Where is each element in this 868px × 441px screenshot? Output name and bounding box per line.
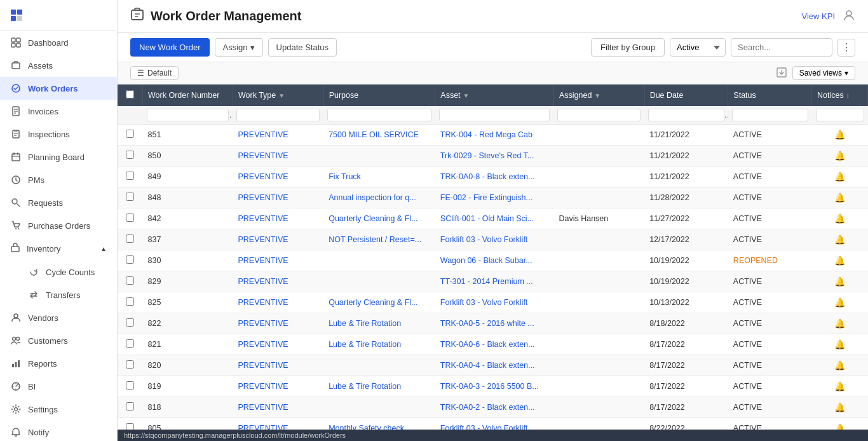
asset-cell[interactable]: TRK-0A0-6 - Black exten... <box>435 334 554 355</box>
bell-icon[interactable]: 🔔 <box>834 423 845 430</box>
sidebar-item-reports[interactable]: Reports <box>0 352 117 375</box>
table-row[interactable]: 819 PREVENTIVE Lube & Tire Rotation TRK-… <box>118 376 868 397</box>
table-row[interactable]: 851 PREVENTIVE 7500 MILE OIL SERVICE TRK… <box>118 125 868 146</box>
sidebar-item-work-orders[interactable]: Work Orders <box>0 77 117 100</box>
bell-icon[interactable]: 🔔 <box>834 193 845 203</box>
col-header-work-type[interactable]: Work Type ▼ <box>233 85 323 106</box>
sidebar-item-planning-board[interactable]: Planning Board <box>0 146 117 168</box>
sidebar-item-requests[interactable]: Requests <box>0 191 117 214</box>
work-type-cell[interactable]: PREVENTIVE <box>233 355 323 376</box>
table-row[interactable]: 820 PREVENTIVE TRK-0A0-4 - Black exten..… <box>118 355 868 376</box>
row-checkbox[interactable] <box>126 381 134 390</box>
bell-icon[interactable]: 🔔 <box>834 255 845 266</box>
notices-cell[interactable]: 🔔 <box>812 271 868 292</box>
asset-search[interactable] <box>439 109 550 121</box>
notices-sort-icon[interactable]: ↕ <box>846 92 850 99</box>
sidebar-item-assets[interactable]: Assets <box>0 54 117 77</box>
asset-cell[interactable]: TRK-0A0-8 - Black exten... <box>435 166 554 187</box>
table-row[interactable]: 805 PREVENTIVE Monthly Safety check Fork… <box>118 418 868 430</box>
col-header-due-date[interactable]: Due Date <box>644 85 728 106</box>
default-view-badge[interactable]: ☰ Default <box>130 66 179 80</box>
wo-number-search[interactable] <box>147 109 229 121</box>
purpose-cell[interactable]: NOT Persistent / Reset=... <box>323 229 435 250</box>
table-row[interactable]: 842 PREVENTIVE Quarterly Cleaning & Fl..… <box>118 208 868 229</box>
sidebar-item-inventory[interactable]: Inventory ▲ <box>0 237 117 261</box>
new-work-order-button[interactable]: New Work Order <box>130 38 210 57</box>
row-checkbox[interactable] <box>126 402 134 410</box>
work-type-cell[interactable]: PREVENTIVE <box>233 187 323 208</box>
bell-icon[interactable]: 🔔 <box>834 276 845 287</box>
col-header-status[interactable]: Status <box>728 85 812 106</box>
asset-cell[interactable]: FE-002 - Fire Extinguish... <box>435 187 554 208</box>
purpose-cell[interactable]: Annual inspection for q... <box>323 187 435 208</box>
assigned-search[interactable] <box>557 109 641 121</box>
notices-cell[interactable]: 🔔 <box>812 166 868 187</box>
asset-cell[interactable]: Forklift 03 - Volvo Forklift <box>435 292 554 313</box>
table-row[interactable]: 848 PREVENTIVE Annual inspection for q..… <box>118 187 868 208</box>
purpose-cell[interactable] <box>323 397 435 418</box>
purpose-cell[interactable]: Fix Truck <box>323 166 435 187</box>
notices-cell[interactable]: 🔔 <box>812 355 868 376</box>
purpose-cell[interactable]: Lube & Tire Rotation <box>323 313 435 334</box>
sidebar-item-purchase-orders[interactable]: Purchase Orders <box>0 214 117 237</box>
work-type-search[interactable] <box>236 109 320 121</box>
bell-icon[interactable]: 🔔 <box>834 318 845 329</box>
sidebar-item-inspections[interactable]: Inspections <box>0 123 117 146</box>
bell-icon[interactable]: 🔔 <box>834 172 845 182</box>
asset-cell[interactable]: Forklift 03 - Volvo Forklift <box>435 418 554 430</box>
work-type-cell[interactable]: PREVENTIVE <box>233 418 323 430</box>
row-checkbox[interactable] <box>126 423 134 430</box>
work-type-cell[interactable]: PREVENTIVE <box>233 229 323 250</box>
purpose-cell[interactable]: Lube & Tire Rotation <box>323 376 435 397</box>
view-kpi-link[interactable]: View KPI <box>801 11 835 21</box>
bell-icon[interactable]: 🔔 <box>834 402 845 412</box>
sidebar-item-settings[interactable]: Settings <box>0 398 117 421</box>
purpose-search[interactable] <box>327 109 431 121</box>
asset-filter-icon[interactable]: ▼ <box>463 92 470 99</box>
notices-cell[interactable]: 🔔 <box>812 397 868 418</box>
row-checkbox[interactable] <box>126 234 134 243</box>
col-header-notices[interactable]: Notices ↕ <box>812 85 868 106</box>
row-checkbox[interactable] <box>126 193 134 201</box>
asset-cell[interactable]: TRK-004 - Red Mega Cab <box>435 125 554 146</box>
purpose-cell[interactable]: Monthly Safety check <box>323 418 435 430</box>
purpose-cell[interactable]: Quarterly Cleaning & Fl... <box>323 208 435 229</box>
notices-cell[interactable]: 🔔 <box>812 313 868 334</box>
row-checkbox[interactable] <box>126 297 134 306</box>
notices-cell[interactable]: 🔔 <box>812 376 868 397</box>
work-type-cell[interactable]: PREVENTIVE <box>233 313 323 334</box>
purpose-cell[interactable]: 7500 MILE OIL SERVICE <box>323 125 435 146</box>
asset-cell[interactable]: Trk-0029 - Steve's Red T... <box>435 146 554 166</box>
bell-icon[interactable]: 🔔 <box>834 381 845 391</box>
bell-icon[interactable]: 🔔 <box>834 214 845 224</box>
asset-cell[interactable]: TRK-0A0-2 - Black exten... <box>435 397 554 418</box>
assigned-filter-icon[interactable]: ▼ <box>594 92 600 99</box>
sidebar-item-pms[interactable]: PMs <box>0 168 117 191</box>
table-row[interactable]: 850 PREVENTIVE Trk-0029 - Steve's Red T.… <box>118 146 868 166</box>
bell-icon[interactable]: 🔔 <box>834 130 845 140</box>
table-row[interactable]: 830 PREVENTIVE Wagon 06 - Black Subar...… <box>118 250 868 271</box>
more-options-button[interactable]: ⋮ <box>837 39 855 57</box>
bell-icon[interactable]: 🔔 <box>834 234 845 245</box>
row-checkbox[interactable] <box>126 339 134 348</box>
notices-cell[interactable]: 🔔 <box>812 208 868 229</box>
work-type-filter-icon[interactable]: ▼ <box>278 92 285 99</box>
sidebar-item-customers[interactable]: Customers <box>0 329 117 352</box>
due-date-search[interactable] <box>648 109 724 121</box>
notices-cell[interactable]: 🔔 <box>812 334 868 355</box>
sidebar-item-dashboard[interactable]: Dashboard <box>0 31 117 54</box>
work-type-cell[interactable]: PREVENTIVE <box>233 397 323 418</box>
table-row[interactable]: 821 PREVENTIVE Lube & Tire Rotation TRK-… <box>118 334 868 355</box>
sidebar-item-cycle-counts[interactable]: Cycle Counts <box>28 261 117 283</box>
export-icon[interactable] <box>776 67 787 80</box>
select-all-checkbox[interactable] <box>126 90 134 98</box>
col-header-assigned[interactable]: Assigned ▼ <box>553 85 644 106</box>
user-icon[interactable] <box>843 9 855 24</box>
bell-icon[interactable]: 🔔 <box>834 360 845 370</box>
notices-cell[interactable]: 🔔 <box>812 418 868 430</box>
asset-cell[interactable]: TRK-0A0-4 - Black exten... <box>435 355 554 376</box>
row-checkbox[interactable] <box>126 151 134 159</box>
sidebar-item-notify[interactable]: Notify <box>0 421 117 441</box>
work-type-cell[interactable]: PREVENTIVE <box>233 292 323 313</box>
row-checkbox[interactable] <box>126 318 134 327</box>
